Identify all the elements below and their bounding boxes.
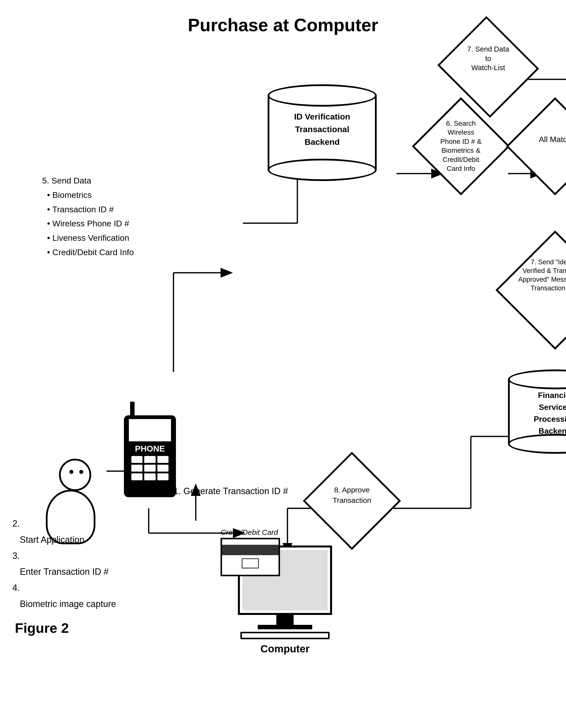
step8-label: 8. Approve Transaction — [323, 485, 380, 506]
db1-container: ID Verification Transactional Backend — [268, 84, 377, 170]
step6-diamond-container: 6. Search Wireless Phone ID # & Biometri… — [426, 112, 496, 181]
all-match-diamond-container: All Match — [520, 112, 566, 181]
page-title: Purchase at Computer — [188, 15, 378, 35]
step6-label: 6. Search Wireless Phone ID # & Biometri… — [429, 119, 493, 173]
credit-card-label: Credit/Debit Card — [221, 528, 280, 537]
step5-labels: 5. Send Data • Biometrics • Transaction … — [42, 174, 134, 260]
credit-card: Credit/Debit Card — [221, 528, 280, 576]
db2-container: Financial Services Processing Backend — [508, 369, 566, 444]
computer-label: Computer — [238, 643, 332, 655]
step7a-container: 7. Send Data to Watch-List — [451, 32, 525, 102]
db1-label: ID Verification Transactional Backend — [270, 110, 375, 148]
step8-diamond-container: 8. Approve Transaction — [317, 466, 386, 536]
svg-marker-10 — [221, 268, 233, 278]
phone-device: PHONE — [124, 402, 176, 497]
phone-label: PHONE — [135, 444, 165, 454]
step7b-diamond-container: 7. Send "Identity Verified & Transaction… — [513, 248, 566, 332]
figure-label: Figure 2 — [15, 620, 69, 636]
step7b-label: 7. Send "Identity Verified & Transaction… — [515, 258, 566, 293]
person-head — [59, 459, 91, 491]
step-234-labels: 2. Start Application 3. Enter Transactio… — [12, 516, 116, 612]
step7a-label: 7. Send Data to Watch-List — [456, 45, 520, 73]
step1-label: 1. Generate Transaction ID # — [174, 486, 288, 496]
all-match-label: All Match — [525, 134, 566, 145]
db2-label: Financial Services Processing Backend — [510, 389, 566, 437]
